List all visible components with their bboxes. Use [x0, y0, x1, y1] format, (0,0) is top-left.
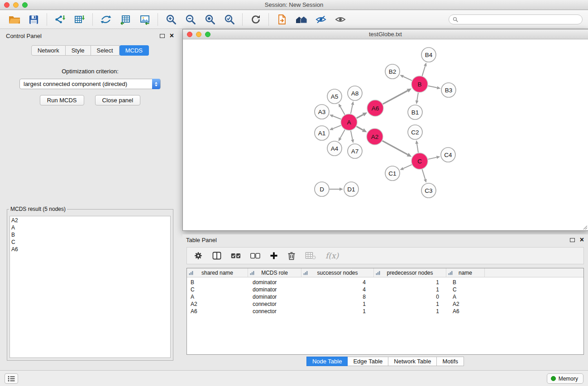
close-table-panel-icon[interactable]: ×	[580, 237, 584, 243]
table-cell[interactable]: 1	[374, 308, 446, 315]
graph-edge-A-A7[interactable]	[351, 131, 353, 140]
tab-style[interactable]: Style	[66, 45, 91, 56]
graph-node-D[interactable]: D	[315, 182, 329, 196]
float-table-panel-icon[interactable]	[570, 238, 575, 242]
table-row[interactable]: A6connector11A6	[187, 308, 583, 315]
graph-node-A2[interactable]: A2	[367, 129, 383, 145]
table-cell[interactable]: B	[446, 279, 485, 286]
table-row[interactable]: Cdominator41C	[187, 286, 583, 293]
graph-edge-B-B3[interactable]	[428, 86, 437, 88]
show-all-button[interactable]	[330, 12, 350, 27]
mcds-result-item[interactable]: A6	[11, 246, 169, 253]
table-cell[interactable]: 1	[301, 301, 374, 307]
mcds-result-item[interactable]: C	[11, 238, 169, 246]
graph-edge-A-A3[interactable]	[333, 116, 341, 119]
graph-node-B2[interactable]: B2	[385, 64, 400, 79]
table-cell[interactable]: 8	[301, 294, 374, 300]
tab-edge-table[interactable]: Edge Table	[348, 357, 388, 366]
table-cell[interactable]: 0	[374, 294, 446, 300]
zoom-in-button[interactable]	[161, 12, 181, 27]
show-columns-button[interactable]	[212, 252, 221, 260]
graph-edge-A-A1[interactable]	[333, 125, 341, 129]
refresh-button[interactable]	[246, 12, 265, 27]
graph-edge-A2-C[interactable]	[382, 141, 408, 155]
task-history-button[interactable]	[5, 373, 18, 384]
column-header-predecessor-nodes[interactable]: predecessor nodes	[374, 268, 446, 277]
search-input[interactable]	[460, 16, 578, 23]
graph-node-A[interactable]: A	[341, 114, 357, 130]
select-all-columns-button[interactable]	[231, 253, 241, 259]
main-titlebar[interactable]: Session: New Session	[0, 0, 588, 10]
graph-edge-A-A5[interactable]	[340, 107, 345, 115]
tab-network-table[interactable]: Network Table	[388, 357, 437, 366]
tab-select[interactable]: Select	[91, 45, 120, 56]
graph-edge-A6-B[interactable]	[383, 91, 408, 104]
tab-network[interactable]: Network	[31, 45, 66, 56]
graph-edge-B-B4[interactable]	[422, 66, 425, 76]
graph-node-C2[interactable]: C2	[408, 125, 422, 139]
table-cell[interactable]: 1	[374, 286, 446, 293]
table-cell[interactable]: 4	[301, 279, 374, 286]
table-cell[interactable]: dominator	[248, 279, 301, 286]
table-cell[interactable]: 1	[301, 308, 374, 315]
graph-node-A6[interactable]: A6	[367, 100, 383, 116]
zoom-selected-button[interactable]	[220, 12, 239, 27]
graph-node-A8[interactable]: A8	[348, 86, 362, 100]
delete-column-button[interactable]	[287, 251, 296, 260]
graph-node-A7[interactable]: A7	[348, 144, 362, 158]
table-cell[interactable]: C	[446, 286, 485, 293]
network-canvas[interactable]: B4B2BB3A5A8A6A3B1AA1C2A2A4A7C4CC1DD1C3	[183, 39, 588, 230]
new-network-from-selection-button[interactable]	[96, 12, 115, 27]
add-column-button[interactable]	[270, 252, 278, 260]
graph-node-D1[interactable]: D1	[344, 182, 359, 196]
table-cell[interactable]: A2	[446, 301, 485, 307]
table-cell[interactable]: B	[187, 279, 248, 286]
table-cell[interactable]: A	[446, 294, 485, 300]
zoom-out-button[interactable]	[181, 12, 200, 27]
run-mcds-button[interactable]: Run MCDS	[40, 95, 84, 105]
graph-node-A1[interactable]: A1	[315, 126, 329, 140]
graph-edge-C-C1[interactable]	[403, 165, 412, 169]
tab-mcds[interactable]: MCDS	[120, 45, 149, 56]
memory-button[interactable]: Memory	[547, 373, 583, 384]
mcds-result-item[interactable]: A2	[11, 217, 169, 224]
graph-edge-C-C3[interactable]	[422, 169, 425, 179]
column-header-successor-nodes[interactable]: successor nodes	[301, 268, 374, 277]
save-session-button[interactable]	[24, 12, 43, 27]
column-header-name[interactable]: name	[446, 268, 485, 277]
table-cell[interactable]: A6	[446, 308, 485, 315]
zoom-fit-button[interactable]	[200, 12, 220, 27]
graph-edge-A-A6[interactable]	[357, 114, 363, 118]
mcds-result-item[interactable]: B	[11, 231, 169, 238]
graph-edge-B-B1[interactable]	[417, 93, 418, 101]
mcds-result-item[interactable]: A	[11, 224, 169, 231]
table-cell[interactable]: C	[187, 286, 248, 293]
graph-node-B1[interactable]: B1	[408, 105, 422, 119]
close-panel-icon[interactable]: ×	[170, 33, 174, 38]
table-cell[interactable]: dominator	[248, 286, 301, 293]
deselect-all-columns-button[interactable]	[250, 253, 260, 259]
graph-node-B[interactable]: B	[411, 76, 428, 92]
table-cell[interactable]: A6	[187, 308, 248, 315]
optimization-criterion-dropdown[interactable]: largest connected component (directed)	[19, 79, 161, 89]
graph-node-C[interactable]: C	[411, 153, 428, 169]
open-session-button[interactable]	[5, 12, 24, 27]
graph-edge-A-A4[interactable]	[340, 130, 345, 138]
table-cell[interactable]: 1	[374, 301, 446, 307]
table-cell[interactable]: 1	[374, 279, 446, 286]
graph-node-C3[interactable]: C3	[421, 183, 436, 198]
table-row[interactable]: A2connector11A2	[187, 300, 583, 308]
graph-edge-B-B2[interactable]	[403, 76, 412, 81]
graph-edge-A-A8[interactable]	[351, 105, 353, 114]
hide-selected-button[interactable]	[311, 12, 330, 27]
tab-motifs[interactable]: Motifs	[437, 357, 464, 366]
network-window-titlebar[interactable]: testGlobe.txt	[183, 29, 588, 39]
table-cell[interactable]: A	[187, 294, 248, 300]
graph-node-A4[interactable]: A4	[327, 141, 342, 156]
table-cell[interactable]: A2	[187, 301, 248, 307]
delete-table-button[interactable]	[305, 252, 316, 260]
table-cell[interactable]: connector	[248, 308, 301, 315]
table-cell[interactable]: 4	[301, 286, 374, 293]
column-header-MCDS-role[interactable]: MCDS role	[248, 268, 301, 277]
graph-node-A3[interactable]: A3	[315, 105, 329, 119]
